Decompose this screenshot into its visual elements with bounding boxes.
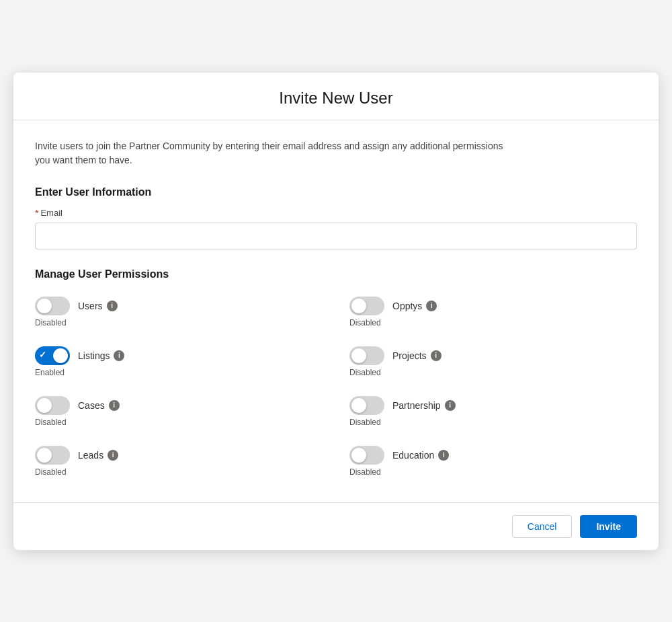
toggle-slider-education: [349, 446, 384, 465]
permission-status-partnership: Disabled: [349, 418, 381, 427]
permissions-section: Manage User Permissions ✓UsersiDisabled✓…: [35, 268, 637, 483]
permission-name-users: Usersi: [78, 301, 118, 311]
permission-status-listings: Enabled: [35, 368, 65, 377]
user-info-title: Enter User Information: [35, 186, 637, 198]
permission-label-education: Education: [392, 450, 434, 461]
toggle-projects[interactable]: ✓: [349, 346, 384, 365]
permission-row-opptys: ✓Opptysi: [349, 297, 437, 315]
permissions-title: Manage User Permissions: [35, 268, 637, 280]
info-icon-education[interactable]: i: [438, 450, 449, 461]
email-label: * Email: [35, 208, 637, 219]
info-icon-projects[interactable]: i: [431, 350, 442, 361]
permission-name-listings: Listingsi: [78, 350, 124, 361]
permission-row-education: ✓Educationi: [349, 446, 449, 465]
toggle-slider-partnership: [349, 396, 384, 415]
permission-status-leads: Disabled: [35, 467, 67, 477]
permission-item-listings: ✓ListingsiEnabled: [35, 340, 323, 384]
toggle-education[interactable]: ✓: [349, 446, 384, 465]
modal-footer: Cancel Invite: [13, 502, 659, 550]
toggle-opptys[interactable]: ✓: [349, 297, 384, 315]
permission-row-leads: ✓Leadsi: [35, 446, 118, 465]
permission-label-leads: Leads: [78, 450, 103, 461]
modal-header: Invite New User: [13, 73, 659, 120]
permission-name-cases: Casesi: [78, 400, 120, 411]
permission-name-opptys: Opptysi: [392, 301, 437, 311]
permission-status-opptys: Disabled: [349, 318, 381, 327]
toggle-users[interactable]: ✓: [35, 297, 70, 315]
modal-title: Invite New User: [35, 89, 637, 108]
permission-item-cases: ✓CasesiDisabled: [35, 389, 323, 434]
permission-row-projects: ✓Projectsi: [349, 346, 442, 365]
toggle-slider-users: [35, 297, 70, 315]
toggle-slider-opptys: [349, 297, 384, 315]
toggle-slider-listings: [35, 346, 70, 365]
permission-status-education: Disabled: [349, 467, 381, 477]
toggle-leads[interactable]: ✓: [35, 446, 70, 465]
invite-new-user-modal: Invite New User Invite users to join the…: [13, 73, 659, 550]
permission-status-projects: Disabled: [349, 368, 381, 377]
modal-description: Invite users to join the Partner Communi…: [35, 139, 519, 167]
invite-button[interactable]: Invite: [580, 515, 637, 538]
permission-name-leads: Leadsi: [78, 450, 118, 461]
toggle-slider-leads: [35, 446, 70, 465]
permission-status-users: Disabled: [35, 318, 67, 327]
permission-row-users: ✓Usersi: [35, 297, 118, 315]
info-icon-opptys[interactable]: i: [426, 301, 437, 311]
permission-name-education: Educationi: [392, 450, 449, 461]
permission-item-leads: ✓LeadsiDisabled: [35, 439, 323, 483]
permissions-grid: ✓UsersiDisabled✓OpptysiDisabled✓Listings…: [35, 290, 637, 483]
permission-row-listings: ✓Listingsi: [35, 346, 124, 365]
permission-label-opptys: Opptys: [392, 301, 422, 311]
permission-label-partnership: Partnership: [392, 400, 441, 411]
modal-body: Invite users to join the Partner Communi…: [13, 120, 659, 502]
permission-label-projects: Projects: [392, 350, 427, 361]
permission-name-partnership: Partnershipi: [392, 400, 456, 411]
permission-item-partnership: ✓PartnershipiDisabled: [349, 389, 637, 434]
permission-name-projects: Projectsi: [392, 350, 442, 361]
permission-item-projects: ✓ProjectsiDisabled: [349, 340, 637, 384]
permission-row-cases: ✓Casesi: [35, 396, 120, 415]
email-input[interactable]: [35, 223, 637, 249]
permission-label-users: Users: [78, 301, 103, 311]
info-icon-users[interactable]: i: [107, 301, 118, 311]
info-icon-partnership[interactable]: i: [445, 400, 456, 411]
info-icon-listings[interactable]: i: [114, 350, 124, 361]
toggle-partnership[interactable]: ✓: [349, 396, 384, 415]
user-info-section: Enter User Information * Email: [35, 186, 637, 249]
permission-status-cases: Disabled: [35, 418, 67, 427]
toggle-slider-cases: [35, 396, 70, 415]
permission-item-opptys: ✓OpptysiDisabled: [349, 290, 637, 334]
permission-item-education: ✓EducationiDisabled: [349, 439, 637, 483]
permission-item-users: ✓UsersiDisabled: [35, 290, 323, 334]
toggle-cases[interactable]: ✓: [35, 396, 70, 415]
info-icon-cases[interactable]: i: [109, 400, 120, 411]
toggle-slider-projects: [349, 346, 384, 365]
permission-label-cases: Cases: [78, 400, 105, 411]
permission-row-partnership: ✓Partnershipi: [349, 396, 456, 415]
toggle-listings[interactable]: ✓: [35, 346, 70, 365]
cancel-button[interactable]: Cancel: [512, 515, 573, 538]
permission-label-listings: Listings: [78, 350, 110, 361]
required-indicator: *: [35, 208, 38, 219]
info-icon-leads[interactable]: i: [108, 450, 118, 461]
